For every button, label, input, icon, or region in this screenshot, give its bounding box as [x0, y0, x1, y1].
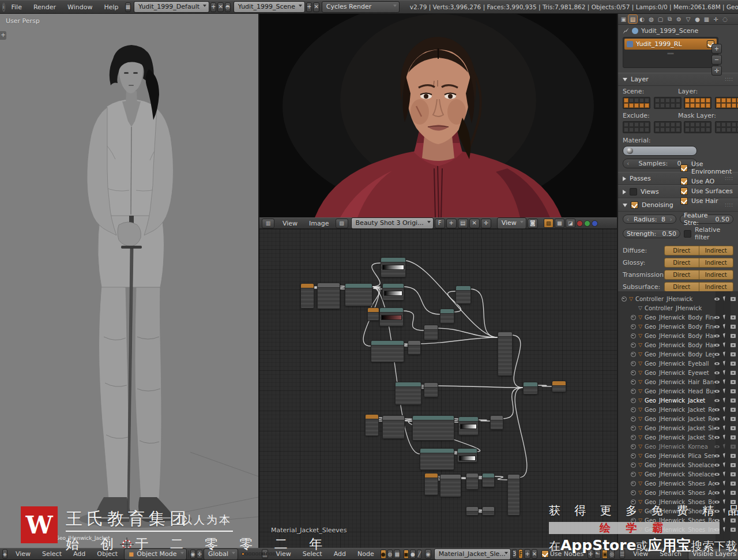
material-new-button[interactable]: +	[524, 549, 530, 559]
add-scene-button[interactable]: +	[306, 2, 312, 12]
subsurface-direct-button[interactable]: Direct	[664, 282, 699, 291]
remove-render-layer-button[interactable]: −	[711, 55, 722, 65]
layer-grid-block[interactable]	[654, 97, 681, 109]
render-tab[interactable]: ▣	[619, 15, 628, 23]
add-render-layer-button[interactable]: +	[711, 44, 722, 54]
camera-icon[interactable]	[731, 471, 737, 478]
shader-node[interactable]	[382, 415, 405, 439]
outliner-item[interactable]: ▽Geo_JHenwick_Shoes_Acce	[618, 488, 738, 497]
shader-node[interactable]	[440, 474, 461, 497]
eye-icon[interactable]	[714, 471, 721, 478]
outliner-item[interactable]: ▽Geo_JHenwick_Jacket_Strin	[618, 433, 738, 442]
camera-icon[interactable]	[731, 425, 737, 431]
cursor-icon[interactable]	[722, 360, 729, 367]
layer-grid-block[interactable]	[654, 121, 681, 133]
material-override-slot[interactable]	[623, 146, 697, 156]
shader-node[interactable]	[408, 340, 421, 355]
material-datablock-icon[interactable]: ◉	[425, 549, 431, 559]
shader-node[interactable]	[466, 506, 479, 516]
eye-icon[interactable]	[714, 407, 721, 413]
image-menu-view[interactable]: View	[277, 219, 303, 228]
outliner-item[interactable]: ▽Geo_JHenwick_Body_Finge	[618, 313, 738, 322]
camera-icon[interactable]	[731, 314, 737, 321]
outliner-item[interactable]: ▽Geo_JHenwick_Shoes_Acce	[618, 479, 738, 488]
cursor-icon[interactable]	[722, 416, 729, 422]
texture-tab[interactable]: ▦	[702, 15, 711, 23]
image-new-button[interactable]: +	[446, 219, 457, 228]
eye-icon[interactable]	[714, 333, 721, 339]
image-menu-image[interactable]: Image	[304, 219, 334, 228]
add-layout-button[interactable]: +	[210, 2, 216, 12]
viewport-3d[interactable]: Geo_JHenwick_Jacket User Persp +	[0, 14, 259, 548]
draw-channels-alpha-icon[interactable]: ▩	[555, 219, 564, 228]
channel-blue-icon[interactable]	[592, 220, 598, 227]
shader-node[interactable]	[523, 382, 538, 394]
menu-help[interactable]: Help	[99, 2, 123, 12]
panel-grip-icon[interactable]: ::::	[725, 77, 733, 82]
menu-render[interactable]: Render	[28, 2, 61, 12]
render-layer-row[interactable]: Yudit_1999_RL	[624, 39, 717, 50]
camera-icon[interactable]	[731, 527, 737, 533]
close-scene-button[interactable]: ✕	[313, 2, 319, 12]
draw-channels-color-icon[interactable]: ▨	[544, 219, 554, 228]
shader-node[interactable]	[300, 283, 314, 309]
eye-icon[interactable]	[714, 351, 721, 358]
layer-grid-block[interactable]	[623, 97, 650, 109]
shader-node[interactable]	[490, 415, 503, 430]
eye-icon[interactable]	[714, 444, 721, 450]
eye-icon[interactable]	[714, 416, 721, 422]
eye-icon[interactable]	[714, 490, 721, 496]
outliner-item[interactable]: ▽Geo_JHenwick_Eyeball	[618, 359, 738, 368]
shader-node[interactable]	[395, 382, 421, 405]
slot-cube-icon[interactable]: ◼	[404, 550, 409, 559]
render-layers-tab[interactable]: ▤	[628, 15, 637, 23]
cursor-icon[interactable]	[722, 342, 729, 348]
node-editor[interactable]: Material_Jacket_Sleeves	[259, 229, 617, 548]
cursor-icon[interactable]	[722, 324, 729, 330]
camera-icon[interactable]	[731, 416, 737, 422]
camera-icon[interactable]	[731, 434, 737, 441]
shader-node[interactable]	[455, 285, 471, 304]
cursor-icon[interactable]	[722, 425, 729, 431]
eye-icon[interactable]	[714, 425, 721, 431]
shader-node[interactable]	[379, 307, 404, 326]
layer-grid-block[interactable]	[684, 97, 711, 109]
shader-node[interactable]	[424, 325, 438, 340]
shader-node[interactable]	[381, 257, 406, 277]
outliner-item[interactable]: ▽Controller_JHenwick	[618, 294, 738, 303]
physics-tab[interactable]: ◌	[721, 15, 729, 23]
outliner-item[interactable]: ▽Geo_JHenwick_Jacket_Resl	[618, 414, 738, 423]
eye-icon[interactable]	[714, 397, 721, 404]
layer-grid-block[interactable]	[715, 97, 738, 109]
camera-icon[interactable]	[731, 490, 737, 496]
channel-green-icon[interactable]	[584, 220, 590, 227]
denoising-checkbox[interactable]	[631, 201, 638, 209]
layer-grid-block[interactable]	[684, 121, 711, 133]
image-view-slot-select[interactable]: View	[497, 217, 526, 229]
camera-icon[interactable]	[731, 360, 737, 367]
material-users-button[interactable]: 3	[512, 549, 517, 559]
outliner-item[interactable]: ▽Geo_JHenwick_Plica_Semil	[618, 451, 738, 460]
channel-red-icon[interactable]	[577, 220, 583, 227]
camera-icon[interactable]	[731, 379, 737, 385]
shader-node[interactable]	[424, 382, 438, 397]
camera-icon[interactable]	[731, 517, 737, 524]
transmission-indirect-button[interactable]: Indirect	[699, 270, 734, 280]
camera-icon[interactable]	[731, 296, 737, 302]
image-name-select[interactable]: Beauty Shot 3 Origi...	[351, 217, 434, 229]
image-open-button[interactable]: ▤	[458, 219, 468, 228]
node-menu-node[interactable]: Node	[352, 549, 379, 559]
camera-icon[interactable]	[731, 351, 737, 358]
use-nodes-checkbox[interactable]	[541, 550, 549, 558]
particles-tab[interactable]: ✛	[711, 15, 720, 23]
material-fake-user-button[interactable]: F	[518, 549, 524, 559]
cursor-icon[interactable]	[722, 471, 729, 478]
shader-node[interactable]	[371, 340, 404, 362]
image-fake-user-button[interactable]: F	[435, 219, 445, 228]
use-ao-checkbox[interactable]	[680, 178, 688, 185]
shader-node[interactable]	[365, 414, 379, 436]
camera-icon[interactable]	[731, 444, 737, 450]
pin-id-button[interactable]: ✛	[711, 66, 722, 76]
camera-icon[interactable]	[731, 462, 737, 468]
shader-node[interactable]	[440, 309, 454, 324]
